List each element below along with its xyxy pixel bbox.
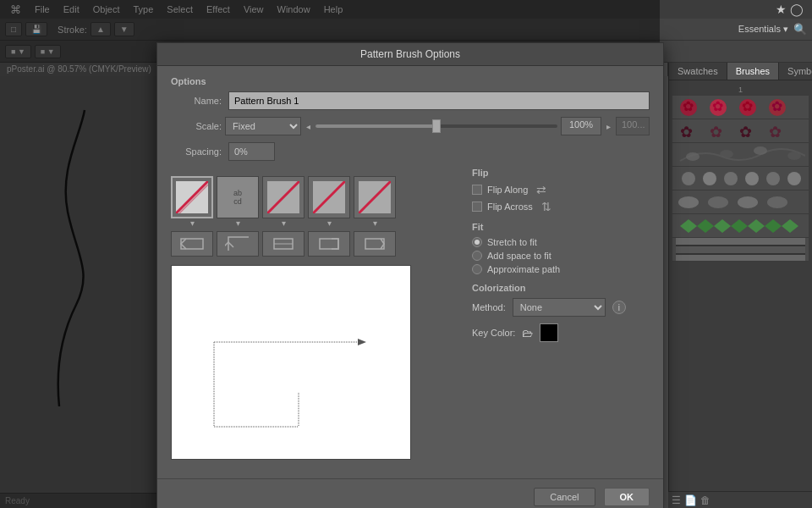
flip-across-label: Flip Across (487, 202, 533, 212)
brush-flowers-1[interactable]: ✿ ✿ ✿ ✿ (672, 96, 809, 119)
tile-outer-arrow[interactable]: ▾ (280, 218, 288, 228)
brush-dots[interactable] (672, 167, 809, 190)
ok-button[interactable]: OK (604, 488, 650, 506)
svg-marker-51 (782, 219, 798, 233)
tile-corner-text: abcd (232, 187, 244, 207)
scale-left-arrow[interactable]: ◂ (304, 122, 312, 131)
svg-rect-54 (676, 238, 805, 245)
brush-dots-svg (676, 168, 805, 190)
search-icon[interactable]: 🔍 (793, 23, 807, 36)
flip-label: Flip (472, 168, 650, 178)
key-color-row: Key Color: 🗁 (472, 323, 650, 342)
brush-branches[interactable] (672, 143, 809, 167)
fit-stretch-radio[interactable] (472, 237, 482, 247)
tab-symbols[interactable]: Symbols (779, 63, 812, 80)
tile-side-arrow[interactable]: ▾ (189, 218, 196, 228)
fit-add-space-label: Add space to fit (487, 251, 551, 261)
scale-slider[interactable] (315, 119, 557, 133)
cancel-button[interactable]: Cancel (534, 488, 595, 506)
move-side[interactable] (171, 231, 213, 257)
tile-end[interactable] (354, 176, 396, 218)
tile-corner-arrow[interactable]: ▾ (234, 218, 242, 228)
method-row: Method: None Tints Tints and Shades Hue … (472, 298, 650, 317)
svg-point-41 (678, 196, 699, 208)
colorization-label: Colorization (472, 283, 650, 293)
right-panel: Swatches Brushes Symbols 1 ✿ ✿ ✿ ✿ ✿ ✿ (668, 63, 812, 508)
scale-value-max: 100... (616, 117, 650, 135)
scale-fill (315, 124, 436, 128)
star-icon: ★ ◯ (771, 3, 809, 16)
fit-approx-row: Approximate path (472, 264, 650, 274)
spacing-input[interactable] (228, 142, 275, 161)
method-label: Method: (472, 302, 506, 312)
scale-thumb[interactable] (432, 119, 441, 133)
fit-add-space-radio[interactable] (472, 251, 482, 261)
dialog-left-col: ▾ abcd ▾ (171, 168, 460, 468)
brush-flowers-2[interactable]: ✿ ✿ ✿ ✿ (672, 119, 809, 143)
spacing-label: Spacing: (171, 146, 222, 157)
svg-text:✿: ✿ (771, 99, 782, 113)
fit-section: Fit Stretch to fit Add space to fit Appr… (472, 222, 650, 274)
move-corner[interactable] (217, 231, 259, 257)
svg-marker-48 (731, 219, 748, 233)
panel-add-icon[interactable]: 📄 (684, 494, 697, 506)
scale-track (315, 124, 557, 128)
key-color-swatch[interactable] (540, 323, 558, 342)
name-label: Name: (171, 96, 222, 106)
brush-leaves[interactable] (672, 190, 809, 214)
flip-across-checkbox[interactable] (472, 202, 482, 212)
flip-section: Flip Flip Along ⇄ Flip Across ⇅ (472, 168, 650, 213)
fit-label: Fit (472, 222, 650, 232)
brush-flowers-1-svg: ✿ ✿ ✿ ✿ (676, 97, 805, 118)
fit-add-space-row: Add space to fit (472, 251, 650, 261)
tab-swatches[interactable]: Swatches (669, 63, 727, 80)
scale-mode-dropdown[interactable]: Fixed Random Pressure (225, 117, 301, 135)
scale-right-arrow[interactable]: ▸ (605, 122, 612, 131)
svg-marker-46 (697, 219, 714, 233)
tile-inner[interactable] (308, 176, 350, 218)
brush-stripes[interactable] (672, 238, 809, 262)
move-outer[interactable] (262, 231, 304, 257)
svg-text:✿: ✿ (712, 99, 723, 113)
scale-value-min[interactable]: 100% (561, 117, 601, 135)
flip-across-row: Flip Across ⇅ (472, 200, 650, 213)
move-inner-icon (316, 235, 342, 252)
tile-side-icon (176, 181, 208, 213)
tile-corner[interactable]: abcd (217, 176, 259, 218)
move-end[interactable] (354, 231, 396, 257)
method-dropdown[interactable]: None Tints Tints and Shades Hue Shift (513, 298, 606, 317)
tab-brushes[interactable]: Brushes (727, 63, 779, 80)
tile-inner-arrow[interactable]: ▾ (326, 218, 333, 228)
svg-text:✿: ✿ (742, 99, 753, 113)
svg-text:✿: ✿ (680, 124, 693, 141)
name-input[interactable] (228, 91, 650, 110)
tile-side[interactable] (171, 176, 213, 218)
fit-stretch-label: Stretch to fit (487, 237, 537, 247)
move-corner-icon (225, 235, 250, 252)
svg-rect-55 (676, 246, 805, 253)
tile-outer[interactable] (262, 176, 304, 218)
options-section-label: Options (171, 76, 650, 86)
pattern-brush-dialog: Pattern Brush Options Options Name: Scal… (156, 42, 664, 508)
eyedropper-icon[interactable]: 🗁 (522, 327, 533, 340)
svg-marker-15 (358, 339, 366, 345)
panel-bottom-bar: ☰ 📄 🗑 (668, 491, 812, 508)
brush-stripes-svg (676, 238, 805, 262)
panel-delete-icon[interactable]: 🗑 (700, 494, 710, 506)
svg-point-33 (754, 146, 767, 155)
svg-point-36 (703, 172, 716, 185)
tile-end-arrow[interactable]: ▾ (371, 218, 379, 228)
flip-along-checkbox[interactable] (472, 185, 482, 195)
brush-diamonds[interactable] (672, 214, 809, 238)
move-inner[interactable] (308, 231, 350, 257)
fit-approx-radio[interactable] (472, 264, 482, 274)
brush-leaves-svg (676, 191, 805, 213)
flip-along-row: Flip Along ⇄ (472, 183, 650, 196)
panel-menu-icon[interactable]: ☰ (672, 494, 681, 506)
spacing-row: Spacing: (171, 142, 650, 161)
move-outer-icon (271, 235, 296, 252)
info-icon[interactable]: i (612, 301, 626, 314)
svg-point-31 (686, 152, 700, 161)
svg-text:✿: ✿ (739, 124, 752, 141)
svg-rect-12 (320, 239, 338, 249)
